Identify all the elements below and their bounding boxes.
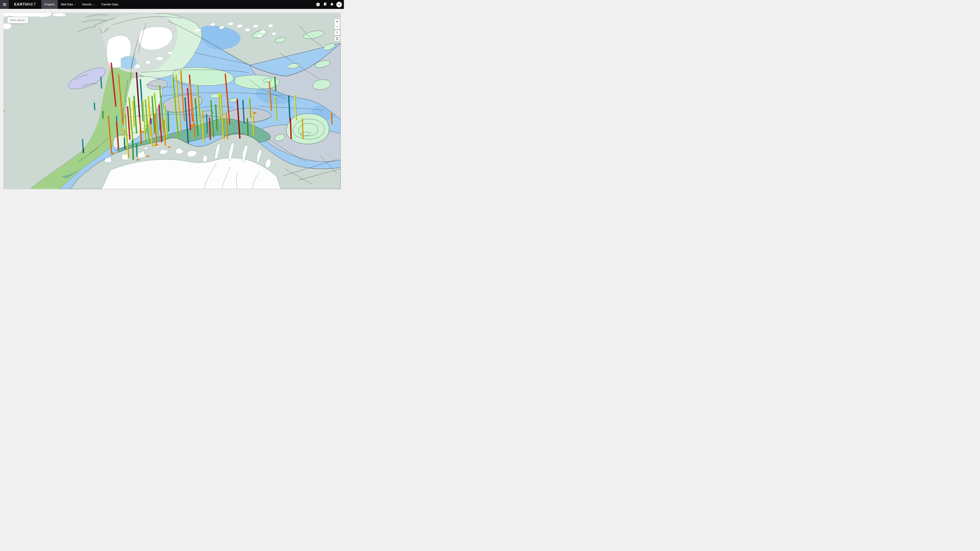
nav-item-transfer-data[interactable]: Transfer Data xyxy=(98,0,121,9)
top-navbar: EARTHNET ProjectsWell Data⌄Seismic⌄Trans… xyxy=(0,0,344,9)
well-cap xyxy=(206,113,207,114)
zoom-control-group: + − xyxy=(334,19,340,29)
well-cap xyxy=(220,93,221,94)
well-cap xyxy=(82,139,83,139)
well-cap xyxy=(247,118,248,119)
well-marker[interactable] xyxy=(150,118,151,124)
well-cap xyxy=(237,99,238,100)
map-canvas[interactable] xyxy=(3,13,340,189)
well-cap xyxy=(123,128,124,129)
nav-item-label: Projects xyxy=(45,3,54,6)
well-cap xyxy=(331,112,332,113)
well-cap xyxy=(124,138,125,138)
well-cap xyxy=(242,100,243,100)
well-cap xyxy=(158,105,160,105)
well-cap xyxy=(180,70,181,71)
well-cap xyxy=(224,73,226,74)
collapse-button[interactable]: ↘↙ ↗↖ xyxy=(334,36,340,41)
help-button[interactable]: ? xyxy=(316,2,320,7)
nav-item-label: Well Data xyxy=(61,3,73,6)
well-cap xyxy=(132,100,134,101)
well-cap xyxy=(167,111,169,112)
tilt-button[interactable]: ▲ ▼ xyxy=(334,30,340,35)
bookmark-icon xyxy=(323,2,327,6)
help-icon: ? xyxy=(316,3,320,6)
map-viewport[interactable]: MAP MENU + − ▲ ▼ ↘↙ ↗↖ xyxy=(3,13,340,189)
well-cap xyxy=(132,140,133,140)
bell-icon xyxy=(330,2,334,6)
well-cap xyxy=(253,114,254,115)
well-cap xyxy=(94,102,95,103)
well-cap xyxy=(194,98,196,98)
well-cap xyxy=(150,118,151,118)
logo-text-light: NET xyxy=(28,2,36,6)
well-cap xyxy=(269,81,270,82)
well-cap xyxy=(163,119,165,119)
well-cap xyxy=(290,118,291,118)
well-cap xyxy=(172,77,173,78)
well-cap xyxy=(197,84,198,85)
well-marker[interactable] xyxy=(83,148,84,153)
well-cap xyxy=(151,95,153,96)
zoom-in-button[interactable]: + xyxy=(334,19,340,24)
well-cap xyxy=(116,116,117,116)
tilt-down-icon: ▼ xyxy=(336,33,338,34)
well-cap xyxy=(189,84,191,85)
page: EARTHNET ProjectsWell Data⌄Seismic⌄Trans… xyxy=(0,0,344,193)
well-cap xyxy=(142,100,143,101)
well-cap xyxy=(201,109,203,110)
well-cap xyxy=(210,100,212,100)
well-cap xyxy=(110,63,112,63)
hamburger-menu-button[interactable] xyxy=(0,0,9,9)
well-cap xyxy=(159,84,160,85)
well-cap xyxy=(148,95,149,96)
well-cap xyxy=(218,93,220,94)
nav-item-label: Transfer Data xyxy=(101,3,118,6)
well-cap xyxy=(145,99,146,100)
well-cap xyxy=(154,92,155,93)
nav-item-label: Seismic xyxy=(82,3,92,6)
tilt-control-group: ▲ ▼ xyxy=(334,30,340,35)
chevron-down-icon: ⌄ xyxy=(74,3,76,5)
well-cap xyxy=(187,88,188,88)
main-nav: ProjectsWell Data⌄Seismic⌄Transfer Data xyxy=(41,0,121,9)
chevron-down-icon: ⌄ xyxy=(93,3,95,5)
well-cap xyxy=(127,142,129,143)
nav-item-seismic[interactable]: Seismic⌄ xyxy=(79,0,98,9)
hamburger-icon xyxy=(3,3,6,6)
contour-anomaly xyxy=(286,114,329,144)
zoom-out-button[interactable]: − xyxy=(334,24,340,29)
well-cap xyxy=(294,94,296,95)
well-cap xyxy=(302,118,303,118)
well-cap xyxy=(108,115,109,116)
well-cap xyxy=(140,79,141,79)
nav-item-well-data[interactable]: Well Data⌄ xyxy=(58,0,79,9)
well-cap xyxy=(133,95,135,96)
bookmarks-button[interactable] xyxy=(323,2,328,7)
logo-text-bold: EARTH xyxy=(14,2,28,6)
well-cap xyxy=(175,74,177,75)
well-cap xyxy=(136,143,137,144)
well-cap xyxy=(225,113,227,114)
well-cap xyxy=(209,118,210,118)
well-cap xyxy=(102,110,103,111)
well-cap xyxy=(249,97,250,98)
navbar-right: ? DE xyxy=(316,0,344,9)
collapse-control-group: ↘↙ ↗↖ xyxy=(334,36,340,41)
well-cap xyxy=(185,97,186,97)
user-avatar[interactable]: DE xyxy=(336,2,342,7)
well-cap xyxy=(164,105,165,105)
app-logo[interactable]: EARTHNET xyxy=(9,0,41,9)
well-cap xyxy=(100,76,101,77)
well-cap xyxy=(139,118,140,118)
collapse-icon-row2: ↗↖ xyxy=(336,39,339,41)
well-cap xyxy=(215,104,216,105)
well-cap xyxy=(127,106,128,107)
notifications-button[interactable] xyxy=(329,2,334,7)
nav-item-projects[interactable]: Projects xyxy=(41,0,58,9)
map-controls: + − ▲ ▼ ↘↙ ↗↖ xyxy=(334,19,340,41)
well-cap xyxy=(128,97,130,97)
map-menu-button[interactable]: MAP MENU xyxy=(7,17,28,23)
well-cap xyxy=(118,74,119,75)
well-cap xyxy=(189,75,190,75)
